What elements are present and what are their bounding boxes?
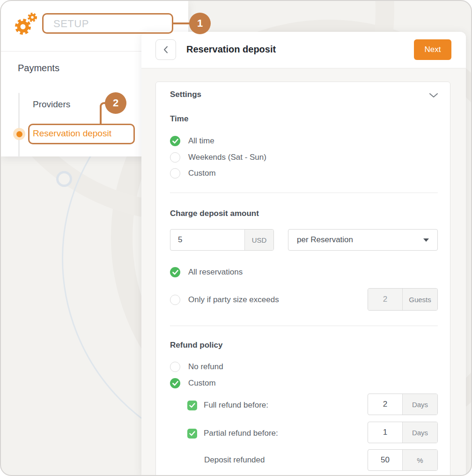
chevron-down-icon[interactable] (429, 93, 438, 98)
full-refund-days-group: Days (368, 394, 438, 415)
caret-down-icon (423, 238, 429, 242)
option-label: Custom (188, 379, 216, 388)
panel-header: Reservation deposit Next (141, 32, 466, 68)
chevron-left-icon (163, 46, 168, 53)
back-button[interactable] (155, 39, 176, 60)
radio-checked-icon[interactable] (170, 136, 180, 146)
sidebar-item-providers[interactable]: Providers (33, 99, 70, 110)
party-size-input[interactable] (368, 289, 402, 310)
deposit-refunded-label: Deposit refunded (204, 455, 265, 465)
divider (170, 326, 438, 326)
sidebar-track (18, 93, 20, 156)
option-label: All reservations (188, 268, 243, 277)
deposit-amount-group: USD (170, 229, 274, 251)
next-button[interactable]: Next (414, 39, 451, 60)
full-refund-row: Full refund before: (187, 400, 268, 411)
radio-option-custom-time[interactable]: Custom (170, 168, 216, 179)
option-label: Weekends (Sat - Sun) (188, 153, 266, 162)
annotation-box-step1 (42, 13, 173, 34)
divider (170, 193, 438, 193)
party-size-group: Guests (368, 288, 438, 311)
option-label: Only if party size exceeds (188, 295, 279, 305)
currency-suffix: USD (244, 230, 273, 250)
radio-option-all-reservations[interactable]: All reservations (170, 267, 243, 278)
radio-unchecked-icon[interactable] (170, 152, 180, 163)
partial-refund-row: Partial refund before: (187, 428, 278, 439)
partial-refund-days-group: Days (368, 422, 438, 443)
page-title: Reservation deposit (186, 44, 276, 55)
checkbox-checked-icon[interactable] (187, 401, 197, 410)
deposit-refunded-group: % (368, 449, 438, 471)
refund-policy-heading: Refund policy (170, 341, 222, 350)
radio-checked-icon[interactable] (170, 267, 180, 277)
annotation-connector-step2 (100, 102, 105, 124)
radio-option-custom-refund[interactable]: Custom (170, 378, 216, 389)
guests-suffix: Guests (402, 289, 437, 310)
per-reservation-select[interactable]: per Reservation (288, 229, 438, 251)
select-value: per Reservation (297, 235, 353, 245)
row-label: Full refund before: (204, 401, 268, 410)
active-item-dot (13, 128, 25, 140)
radio-option-no-refund[interactable]: No refund (170, 361, 223, 372)
full-refund-days-input[interactable] (368, 394, 402, 415)
days-suffix: Days (402, 422, 437, 443)
radio-unchecked-icon[interactable] (170, 168, 180, 178)
radio-checked-icon[interactable] (170, 378, 180, 388)
partial-refund-days-input[interactable] (368, 422, 402, 443)
gears-icon (13, 12, 38, 37)
checkbox-checked-icon[interactable] (187, 429, 197, 439)
time-heading: Time (170, 114, 188, 124)
row-label: Partial refund before: (204, 429, 278, 438)
days-suffix: Days (402, 394, 437, 415)
app-window: SETUP Payments Providers Reservation dep… (0, 0, 472, 476)
deposit-amount-input[interactable] (170, 230, 244, 250)
charge-amount-heading: Charge deposit amount (170, 209, 259, 218)
percent-suffix: % (402, 450, 437, 470)
settings-heading: Settings (170, 90, 201, 99)
radio-option-party-size[interactable]: Only if party size exceeds (170, 294, 279, 305)
annotation-badge-step1: 1 (189, 13, 211, 34)
annotation-box-step2 (28, 124, 135, 144)
annotation-badge-step2: 2 (105, 92, 126, 114)
radio-option-weekends[interactable]: Weekends (Sat - Sun) (170, 152, 266, 163)
option-label: Custom (188, 169, 216, 178)
background-ring-node (56, 171, 72, 187)
annotation-connector-step1 (173, 22, 191, 24)
radio-unchecked-icon[interactable] (170, 295, 180, 305)
deposit-refunded-input[interactable] (368, 450, 402, 470)
main-panel: Reservation deposit Next Settings Time A… (141, 32, 466, 476)
option-label: No refund (188, 362, 223, 372)
settings-card: Settings Time All time Weekends (Sat - S… (155, 82, 450, 476)
sidebar-section-payments: Payments (18, 63, 59, 74)
option-label: All time (188, 136, 214, 146)
radio-option-all-time[interactable]: All time (170, 135, 214, 147)
radio-unchecked-icon[interactable] (170, 362, 180, 372)
